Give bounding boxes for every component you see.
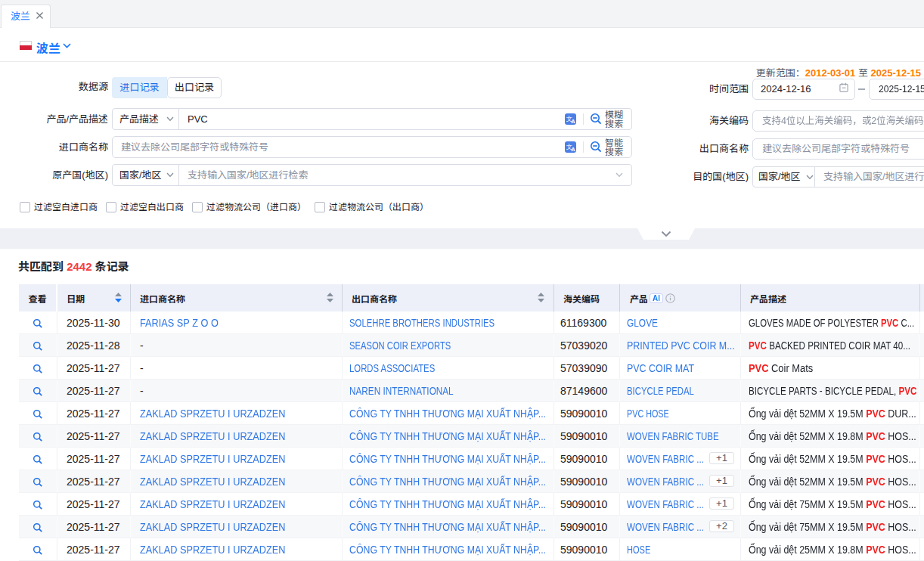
svg-text:A: A — [571, 146, 575, 153]
svg-text:A: A — [571, 118, 575, 125]
